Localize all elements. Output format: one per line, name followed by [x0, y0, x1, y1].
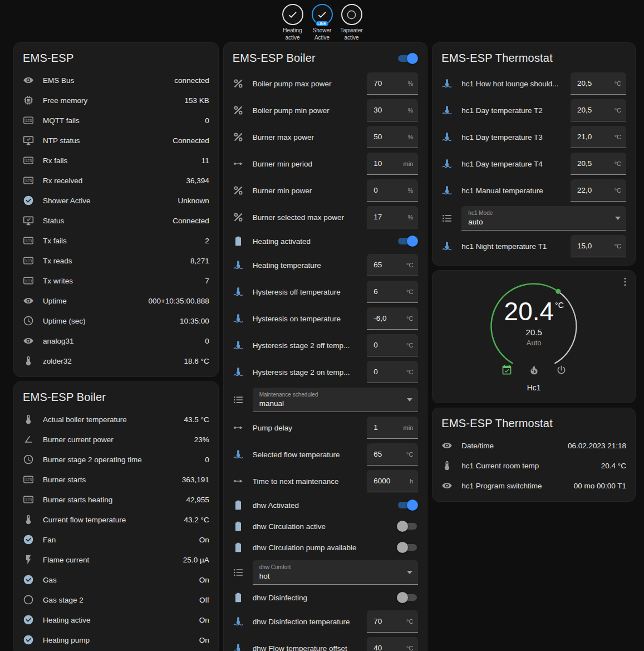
row-burner-min-power[interactable]: Burner min power0% — [224, 177, 427, 204]
row-zolder32[interactable]: zolder3218.6 °C — [14, 351, 218, 371]
row-burner-starts[interactable]: 123Burner starts363,191 — [14, 469, 218, 490]
row-maintenance-scheduled[interactable]: Maintenance scheduledmanual — [224, 385, 427, 414]
mode-button-fire[interactable] — [527, 363, 541, 379]
row-fan[interactable]: FanOn — [14, 530, 218, 550]
row-ems-bus[interactable]: EMS Busconnected — [14, 70, 218, 90]
row-selected-flow-temperature[interactable]: Selected flow temperature65°C — [224, 441, 427, 468]
select-input[interactable]: hc1 Modeauto — [461, 206, 626, 231]
row-free-memory[interactable]: Free memory153 KB — [14, 90, 218, 110]
number-input[interactable]: 50% — [367, 126, 418, 148]
mode-button-power[interactable] — [554, 363, 568, 379]
number-input[interactable]: 10min — [367, 153, 418, 175]
card-toggle-switch[interactable] — [397, 53, 418, 64]
row-tx-reads[interactable]: 123Tx reads8,271 — [14, 251, 218, 271]
row-boiler-pump-max-power[interactable]: Boiler pump max power70% — [224, 70, 427, 97]
row-dhw-flow-temperature-offset[interactable]: dhw Flow temperature offset40°C — [224, 635, 427, 651]
row-dhw-comfort[interactable]: dhw Comforthot — [224, 558, 427, 587]
row-heating-pump[interactable]: Heating pumpOn — [14, 630, 218, 650]
number-input[interactable]: 20,5°C — [571, 72, 626, 95]
row-status[interactable]: StatusConnected — [14, 211, 218, 231]
row-gas-stage-2[interactable]: Gas stage 2Off — [14, 590, 218, 610]
thermostat-dial[interactable]: 20.4°C20.5Auto — [484, 276, 584, 376]
number-input[interactable]: 1min — [367, 417, 418, 439]
number-input[interactable]: 0°C — [367, 334, 418, 356]
number-input[interactable]: 20,5°C — [571, 153, 626, 175]
badge-heating-active[interactable]: Heating active — [279, 4, 306, 42]
number-input[interactable]: 30% — [367, 99, 418, 121]
row-tx-writes[interactable]: 123Tx writes7 — [14, 271, 218, 291]
number-input[interactable]: 22,0°C — [571, 179, 626, 202]
row-burner-current-power[interactable]: Burner current power23% — [14, 429, 218, 449]
row-burner-selected-max-power[interactable]: Burner selected max power17% — [224, 204, 427, 231]
row-mqtt-fails[interactable]: 123MQTT fails0 — [14, 110, 218, 130]
toggle-switch[interactable] — [397, 500, 418, 511]
toggle-switch[interactable] — [397, 236, 418, 247]
row-uptime-sec[interactable]: Uptime (sec)10:35:00 — [14, 311, 218, 331]
row-hysteresis-stage-2-off-temp[interactable]: Hysteresis stage 2 off temp...0°C — [224, 332, 427, 359]
row-hc1-program-switchtime[interactable]: hc1 Program switchtime00 mo 00:00 T1 — [432, 476, 635, 496]
row-dhw-circulation-pump-available[interactable]: dhw Circulation pump available — [224, 537, 427, 558]
row-date-time[interactable]: Date/time06.02.2023 21:18 — [432, 435, 635, 456]
row-dhw-disinfection-temperature[interactable]: dhw Disinfection temperature70°C — [224, 608, 427, 635]
badge-tapwater-active[interactable]: Tapwater active — [338, 4, 365, 42]
row-hc1-mode[interactable]: hc1 Modeauto — [432, 204, 635, 233]
mode-button-calendar-check[interactable] — [500, 363, 514, 379]
number-input[interactable]: -6,0°C — [367, 307, 418, 330]
row-rx-fails[interactable]: 123Rx fails11 — [14, 150, 218, 170]
select-input[interactable]: Maintenance scheduledmanual — [253, 388, 419, 412]
row-burner-min-period[interactable]: Burner min period10min — [224, 150, 427, 177]
row-uptime[interactable]: Uptime000+10:35:00.888 — [14, 291, 218, 311]
row-burner-stage-2-operating-time[interactable]: Burner stage 2 operating time0 — [14, 449, 218, 469]
row-heating-temperature[interactable]: Heating temperature65°C — [224, 252, 427, 278]
row-gas[interactable]: GasOn — [14, 570, 218, 590]
number-input[interactable]: 6°C — [367, 281, 418, 303]
row-hc1-day-temperature-t4[interactable]: hc1 Day temperature T420,5°C — [432, 150, 635, 177]
row-hc1-night-temperature-t1[interactable]: hc1 Night temperature T115,0°C — [432, 233, 635, 260]
row-hysteresis-on-temperature[interactable]: Hysteresis on temperature-6,0°C — [224, 305, 427, 332]
select-input[interactable]: dhw Comforthot — [253, 560, 419, 585]
number-input[interactable]: 6000h — [367, 470, 418, 492]
row-flame-current[interactable]: Flame current25.0 µA — [14, 550, 218, 570]
row-burner-max-power[interactable]: Burner max power50% — [224, 124, 427, 150]
row-hysteresis-off-temperature[interactable]: Hysteresis off temperature6°C — [224, 278, 427, 305]
number-input[interactable]: 15,0°C — [571, 235, 626, 257]
row-hysteresis-stage-2-on-temp[interactable]: Hysteresis stage 2 on temp...0°C — [224, 359, 427, 385]
row-current-flow-temperature[interactable]: Current flow temperature43.2 °C — [14, 510, 218, 530]
number-input[interactable]: 70°C — [367, 610, 418, 633]
row-ntp-status[interactable]: NTP statusConnected — [14, 130, 218, 150]
number-input[interactable]: 0% — [367, 179, 418, 202]
row-dhw-activated[interactable]: dhw Activated — [224, 495, 427, 516]
row-hc1-manual-temperature[interactable]: hc1 Manual temperature22,0°C — [432, 177, 635, 204]
number-input[interactable]: 65°C — [367, 443, 418, 466]
row-dhw-circulation-active[interactable]: dhw Circulation active — [224, 516, 427, 537]
number-input[interactable]: 21,0°C — [571, 126, 626, 148]
row-shower-active[interactable]: Shower ActiveUnknown — [14, 190, 218, 211]
row-time-to-next-maintenance[interactable]: Time to next maintenance6000h — [224, 468, 427, 495]
row-analog31[interactable]: analog310 — [14, 331, 218, 351]
row-boiler-pump-min-power[interactable]: Boiler pump min power30% — [224, 97, 427, 124]
row-hc1-how-hot-lounge-should[interactable]: hc1 How hot lounge should...20,5°C — [432, 70, 635, 97]
row-dhw-disinfecting[interactable]: dhw Disinfecting — [224, 587, 427, 608]
row-actual-boiler-temperature[interactable]: Actual boiler temperature43.5 °C — [14, 409, 218, 429]
row-tx-fails[interactable]: 123Tx fails2 — [14, 231, 218, 251]
more-options-button[interactable] — [620, 276, 631, 289]
row-heating-activated[interactable]: Heating activated — [224, 231, 427, 252]
row-hc1-current-room-temp[interactable]: hc1 Current room temp20.4 °C — [432, 456, 635, 476]
row-hc1-day-temperature-t2[interactable]: hc1 Day temperature T220,5°C — [432, 97, 635, 124]
toggle-switch[interactable] — [397, 521, 418, 532]
select-value: hot — [259, 572, 407, 580]
toggle-switch[interactable] — [397, 542, 418, 553]
number-input[interactable]: 40°C — [367, 637, 418, 651]
number-input[interactable]: 0°C — [367, 361, 418, 383]
row-pump-delay[interactable]: Pump delay1min — [224, 414, 427, 441]
row-burner-starts-heating[interactable]: 123Burner starts heating42,955 — [14, 490, 218, 510]
row-heating-active[interactable]: Heating activeOn — [14, 610, 218, 630]
number-input[interactable]: 20,5°C — [571, 99, 626, 121]
number-input[interactable]: 65°C — [367, 254, 418, 276]
badge-shower-active[interactable]: LINKShower Active — [309, 4, 336, 42]
number-input[interactable]: 70% — [367, 72, 418, 95]
number-input[interactable]: 17% — [367, 206, 418, 228]
row-rx-received[interactable]: 123Rx received36,394 — [14, 170, 218, 190]
toggle-switch[interactable] — [397, 592, 418, 603]
row-hc1-day-temperature-t3[interactable]: hc1 Day temperature T321,0°C — [432, 124, 635, 150]
